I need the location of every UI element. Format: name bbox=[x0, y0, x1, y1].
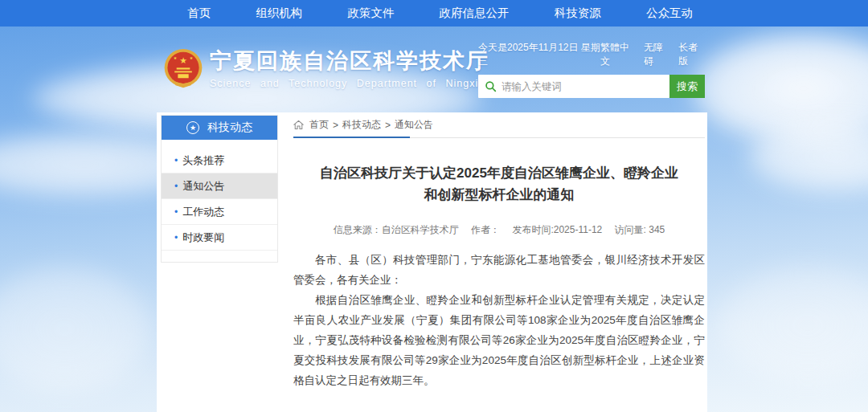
article-title-line1: 自治区科技厅关于认定2025年度自治区雏鹰企业、瞪羚企业 bbox=[293, 162, 705, 184]
sidebar-item-label: 通知公告 bbox=[182, 179, 224, 194]
cloud-decoration bbox=[715, 265, 868, 385]
breadcrumb-separator: > bbox=[333, 120, 338, 131]
article-title-line2: 和创新型标杆企业的通知 bbox=[293, 184, 705, 206]
sidebar-item-current-politics[interactable]: • 时政要闻 bbox=[162, 225, 277, 251]
cloud-decoration bbox=[747, 120, 868, 193]
site-title: 宁夏回族自治区科学技术厅 bbox=[210, 48, 489, 74]
breadcrumb-underline bbox=[293, 137, 410, 138]
nav-item-public-interaction[interactable]: 公众互动 bbox=[646, 6, 693, 21]
star-circle-icon: ★ bbox=[186, 121, 199, 134]
bullet-dot-icon: • bbox=[174, 155, 178, 166]
article-meta: 信息来源：自治区科学技术厅 作者： 发布时间:2025-11-12 访问量: 3… bbox=[293, 223, 705, 237]
site-header: ★ ★ ★ 宁夏回族自治区科学技术厅 Science and Technolog… bbox=[0, 27, 868, 112]
breadcrumb-current[interactable]: 通知公告 bbox=[395, 118, 433, 132]
svg-text:★: ★ bbox=[174, 55, 178, 60]
search-button[interactable]: 搜索 bbox=[669, 75, 705, 98]
bullet-dot-icon: • bbox=[174, 206, 178, 218]
current-date-text: 今天是2025年11月12日 星期三 bbox=[478, 41, 600, 68]
link-elder-version[interactable]: 长者版 bbox=[678, 41, 705, 68]
sidebar-tech-news: ★ 科技动态 • 头条推荐 • 通知公告 • 工作动态 • 时政要闻 bbox=[161, 115, 278, 263]
breadcrumb-separator: > bbox=[385, 120, 391, 131]
article-title: 自治区科技厅关于认定2025年度自治区雏鹰企业、瞪羚企业 和创新型标杆企业的通知 bbox=[293, 162, 705, 206]
svg-text:★: ★ bbox=[190, 55, 194, 60]
meta-visits: 访问量: 345 bbox=[615, 224, 665, 235]
top-navigation-bar: 首页 组织机构 政策文件 政府信息公开 科技资源 公众互动 bbox=[0, 0, 868, 27]
svg-text:★: ★ bbox=[179, 55, 187, 65]
sidebar-title: 科技动态 bbox=[207, 120, 252, 135]
sidebar-item-label: 时政要闻 bbox=[182, 230, 224, 245]
sidebar-item-work-dynamics[interactable]: • 工作动态 bbox=[162, 199, 277, 225]
breadcrumb-home[interactable]: 首页 bbox=[309, 118, 329, 132]
sidebar-item-notices[interactable]: • 通知公告 bbox=[162, 173, 277, 199]
nav-item-gov-info-disclosure[interactable]: 政府信息公开 bbox=[440, 6, 510, 21]
search-icon bbox=[485, 80, 497, 92]
breadcrumb: 首页 > 科技动态 > 通知公告 bbox=[293, 112, 705, 138]
bullet-dot-icon: • bbox=[174, 181, 178, 192]
search-box bbox=[478, 75, 669, 98]
link-traditional-chinese[interactable]: 繁體中文 bbox=[600, 41, 636, 68]
nav-item-home[interactable]: 首页 bbox=[187, 6, 211, 21]
article-paragraph: 各市、县（区）科技管理部门，宁东能源化工基地管委会，银川经济技术开发区管委会，各… bbox=[293, 250, 705, 290]
bullet-dot-icon: • bbox=[174, 232, 178, 243]
site-brand: ★ ★ ★ 宁夏回族自治区科学技术厅 Science and Technolog… bbox=[163, 48, 489, 90]
sidebar-header: ★ 科技动态 bbox=[162, 116, 277, 140]
search-input[interactable] bbox=[502, 81, 663, 92]
nav-item-tech-resources[interactable]: 科技资源 bbox=[555, 6, 601, 21]
main-content: 首页 > 科技动态 > 通知公告 自治区科技厅关于认定2025年度自治区雏鹰企业… bbox=[293, 112, 705, 412]
meta-author: 作者： bbox=[471, 224, 500, 235]
cloud-decoration bbox=[0, 265, 153, 394]
content-wrapper: ★ 科技动态 • 头条推荐 • 通知公告 • 工作动态 • 时政要闻 bbox=[157, 112, 707, 412]
nav-item-policy-documents[interactable]: 政策文件 bbox=[347, 6, 394, 21]
sidebar-item-label: 工作动态 bbox=[182, 205, 224, 219]
article-body: 各市、县（区）科技管理部门，宁东能源化工基地管委会，银川经济技术开发区管委会，各… bbox=[293, 250, 705, 390]
sidebar-item-headline-recommend[interactable]: • 头条推荐 bbox=[162, 148, 277, 173]
article-paragraph: 根据自治区雏鹰企业、瞪羚企业和创新型标杆企业认定管理有关规定，决定认定半亩良人农… bbox=[293, 290, 705, 390]
breadcrumb-section[interactable]: 科技动态 bbox=[342, 118, 381, 132]
national-emblem-logo: ★ ★ ★ bbox=[163, 48, 203, 90]
home-icon bbox=[293, 120, 304, 130]
sidebar-item-label: 头条推荐 bbox=[182, 153, 224, 168]
meta-publish-time: 发布时间:2025-11-12 bbox=[512, 224, 602, 235]
site-subtitle: Science and Technology Department of Nin… bbox=[210, 78, 489, 89]
link-accessibility[interactable]: 无障碍 bbox=[644, 41, 670, 68]
nav-item-organization[interactable]: 组织机构 bbox=[256, 6, 302, 21]
meta-source: 信息来源：自治区科学技术厅 bbox=[334, 224, 459, 235]
